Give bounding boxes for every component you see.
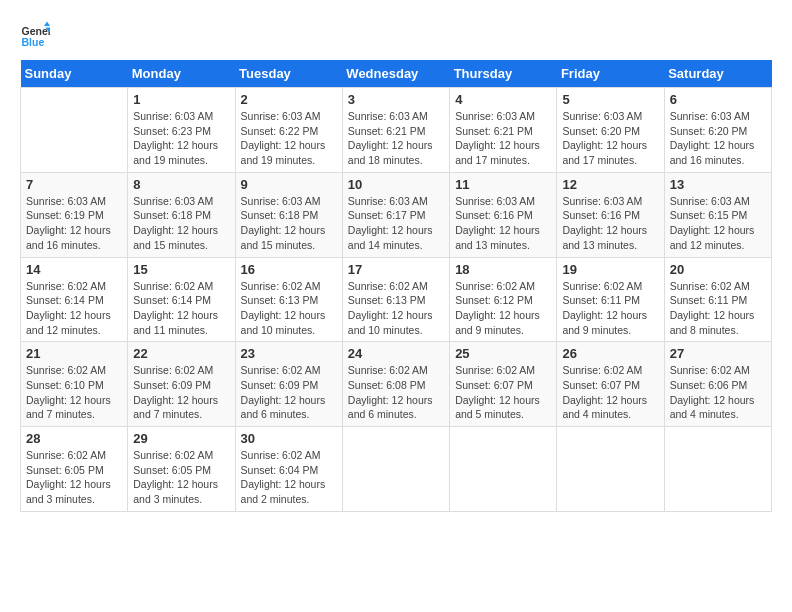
day-number: 30 bbox=[241, 431, 337, 446]
calendar-cell: 28Sunrise: 6:02 AM Sunset: 6:05 PM Dayli… bbox=[21, 427, 128, 512]
calendar-cell bbox=[21, 88, 128, 173]
calendar-cell: 20Sunrise: 6:02 AM Sunset: 6:11 PM Dayli… bbox=[664, 257, 771, 342]
day-number: 1 bbox=[133, 92, 229, 107]
calendar-cell: 18Sunrise: 6:02 AM Sunset: 6:12 PM Dayli… bbox=[450, 257, 557, 342]
day-number: 18 bbox=[455, 262, 551, 277]
day-number: 12 bbox=[562, 177, 658, 192]
day-number: 11 bbox=[455, 177, 551, 192]
day-info: Sunrise: 6:03 AM Sunset: 6:20 PM Dayligh… bbox=[562, 109, 658, 168]
calendar-cell: 30Sunrise: 6:02 AM Sunset: 6:04 PM Dayli… bbox=[235, 427, 342, 512]
calendar-cell: 27Sunrise: 6:02 AM Sunset: 6:06 PM Dayli… bbox=[664, 342, 771, 427]
day-number: 16 bbox=[241, 262, 337, 277]
calendar-cell: 3Sunrise: 6:03 AM Sunset: 6:21 PM Daylig… bbox=[342, 88, 449, 173]
day-info: Sunrise: 6:02 AM Sunset: 6:09 PM Dayligh… bbox=[241, 363, 337, 422]
day-number: 7 bbox=[26, 177, 122, 192]
column-header-thursday: Thursday bbox=[450, 60, 557, 88]
day-number: 27 bbox=[670, 346, 766, 361]
day-number: 20 bbox=[670, 262, 766, 277]
day-number: 22 bbox=[133, 346, 229, 361]
day-info: Sunrise: 6:02 AM Sunset: 6:10 PM Dayligh… bbox=[26, 363, 122, 422]
day-number: 3 bbox=[348, 92, 444, 107]
calendar-cell: 22Sunrise: 6:02 AM Sunset: 6:09 PM Dayli… bbox=[128, 342, 235, 427]
day-info: Sunrise: 6:02 AM Sunset: 6:13 PM Dayligh… bbox=[241, 279, 337, 338]
calendar-cell: 11Sunrise: 6:03 AM Sunset: 6:16 PM Dayli… bbox=[450, 172, 557, 257]
day-info: Sunrise: 6:03 AM Sunset: 6:16 PM Dayligh… bbox=[562, 194, 658, 253]
day-info: Sunrise: 6:03 AM Sunset: 6:23 PM Dayligh… bbox=[133, 109, 229, 168]
day-number: 4 bbox=[455, 92, 551, 107]
calendar-cell: 1Sunrise: 6:03 AM Sunset: 6:23 PM Daylig… bbox=[128, 88, 235, 173]
logo: General Blue bbox=[20, 20, 54, 50]
calendar-cell: 17Sunrise: 6:02 AM Sunset: 6:13 PM Dayli… bbox=[342, 257, 449, 342]
day-number: 5 bbox=[562, 92, 658, 107]
calendar-cell: 26Sunrise: 6:02 AM Sunset: 6:07 PM Dayli… bbox=[557, 342, 664, 427]
day-info: Sunrise: 6:03 AM Sunset: 6:18 PM Dayligh… bbox=[241, 194, 337, 253]
day-info: Sunrise: 6:03 AM Sunset: 6:21 PM Dayligh… bbox=[348, 109, 444, 168]
day-number: 17 bbox=[348, 262, 444, 277]
calendar-cell: 8Sunrise: 6:03 AM Sunset: 6:18 PM Daylig… bbox=[128, 172, 235, 257]
day-info: Sunrise: 6:03 AM Sunset: 6:16 PM Dayligh… bbox=[455, 194, 551, 253]
calendar-cell: 25Sunrise: 6:02 AM Sunset: 6:07 PM Dayli… bbox=[450, 342, 557, 427]
column-header-sunday: Sunday bbox=[21, 60, 128, 88]
day-number: 13 bbox=[670, 177, 766, 192]
day-number: 8 bbox=[133, 177, 229, 192]
calendar-cell: 15Sunrise: 6:02 AM Sunset: 6:14 PM Dayli… bbox=[128, 257, 235, 342]
day-info: Sunrise: 6:02 AM Sunset: 6:09 PM Dayligh… bbox=[133, 363, 229, 422]
day-number: 19 bbox=[562, 262, 658, 277]
day-info: Sunrise: 6:02 AM Sunset: 6:06 PM Dayligh… bbox=[670, 363, 766, 422]
day-number: 15 bbox=[133, 262, 229, 277]
day-info: Sunrise: 6:02 AM Sunset: 6:07 PM Dayligh… bbox=[562, 363, 658, 422]
day-number: 24 bbox=[348, 346, 444, 361]
day-info: Sunrise: 6:02 AM Sunset: 6:11 PM Dayligh… bbox=[670, 279, 766, 338]
calendar-cell: 6Sunrise: 6:03 AM Sunset: 6:20 PM Daylig… bbox=[664, 88, 771, 173]
day-number: 9 bbox=[241, 177, 337, 192]
calendar-header-row: SundayMondayTuesdayWednesdayThursdayFrid… bbox=[21, 60, 772, 88]
day-info: Sunrise: 6:02 AM Sunset: 6:11 PM Dayligh… bbox=[562, 279, 658, 338]
day-info: Sunrise: 6:03 AM Sunset: 6:20 PM Dayligh… bbox=[670, 109, 766, 168]
column-header-wednesday: Wednesday bbox=[342, 60, 449, 88]
day-info: Sunrise: 6:03 AM Sunset: 6:18 PM Dayligh… bbox=[133, 194, 229, 253]
calendar-cell bbox=[664, 427, 771, 512]
day-number: 14 bbox=[26, 262, 122, 277]
page-header: General Blue bbox=[20, 20, 772, 50]
calendar-cell: 7Sunrise: 6:03 AM Sunset: 6:19 PM Daylig… bbox=[21, 172, 128, 257]
calendar-cell: 9Sunrise: 6:03 AM Sunset: 6:18 PM Daylig… bbox=[235, 172, 342, 257]
day-number: 2 bbox=[241, 92, 337, 107]
calendar-cell bbox=[557, 427, 664, 512]
day-number: 25 bbox=[455, 346, 551, 361]
day-info: Sunrise: 6:03 AM Sunset: 6:15 PM Dayligh… bbox=[670, 194, 766, 253]
column-header-saturday: Saturday bbox=[664, 60, 771, 88]
calendar-cell: 19Sunrise: 6:02 AM Sunset: 6:11 PM Dayli… bbox=[557, 257, 664, 342]
calendar-cell: 10Sunrise: 6:03 AM Sunset: 6:17 PM Dayli… bbox=[342, 172, 449, 257]
day-info: Sunrise: 6:03 AM Sunset: 6:22 PM Dayligh… bbox=[241, 109, 337, 168]
calendar-week-row: 28Sunrise: 6:02 AM Sunset: 6:05 PM Dayli… bbox=[21, 427, 772, 512]
day-info: Sunrise: 6:02 AM Sunset: 6:07 PM Dayligh… bbox=[455, 363, 551, 422]
column-header-tuesday: Tuesday bbox=[235, 60, 342, 88]
day-info: Sunrise: 6:02 AM Sunset: 6:04 PM Dayligh… bbox=[241, 448, 337, 507]
calendar-week-row: 21Sunrise: 6:02 AM Sunset: 6:10 PM Dayli… bbox=[21, 342, 772, 427]
day-number: 23 bbox=[241, 346, 337, 361]
calendar-cell bbox=[342, 427, 449, 512]
day-info: Sunrise: 6:02 AM Sunset: 6:05 PM Dayligh… bbox=[133, 448, 229, 507]
calendar-cell: 2Sunrise: 6:03 AM Sunset: 6:22 PM Daylig… bbox=[235, 88, 342, 173]
day-info: Sunrise: 6:02 AM Sunset: 6:14 PM Dayligh… bbox=[26, 279, 122, 338]
calendar-week-row: 1Sunrise: 6:03 AM Sunset: 6:23 PM Daylig… bbox=[21, 88, 772, 173]
calendar-cell: 12Sunrise: 6:03 AM Sunset: 6:16 PM Dayli… bbox=[557, 172, 664, 257]
calendar-cell: 16Sunrise: 6:02 AM Sunset: 6:13 PM Dayli… bbox=[235, 257, 342, 342]
column-header-monday: Monday bbox=[128, 60, 235, 88]
day-info: Sunrise: 6:02 AM Sunset: 6:12 PM Dayligh… bbox=[455, 279, 551, 338]
calendar-cell: 5Sunrise: 6:03 AM Sunset: 6:20 PM Daylig… bbox=[557, 88, 664, 173]
day-number: 29 bbox=[133, 431, 229, 446]
day-number: 26 bbox=[562, 346, 658, 361]
calendar-week-row: 14Sunrise: 6:02 AM Sunset: 6:14 PM Dayli… bbox=[21, 257, 772, 342]
calendar-cell: 29Sunrise: 6:02 AM Sunset: 6:05 PM Dayli… bbox=[128, 427, 235, 512]
day-info: Sunrise: 6:03 AM Sunset: 6:17 PM Dayligh… bbox=[348, 194, 444, 253]
day-info: Sunrise: 6:02 AM Sunset: 6:13 PM Dayligh… bbox=[348, 279, 444, 338]
calendar-cell: 24Sunrise: 6:02 AM Sunset: 6:08 PM Dayli… bbox=[342, 342, 449, 427]
day-info: Sunrise: 6:02 AM Sunset: 6:05 PM Dayligh… bbox=[26, 448, 122, 507]
day-number: 10 bbox=[348, 177, 444, 192]
calendar-cell: 14Sunrise: 6:02 AM Sunset: 6:14 PM Dayli… bbox=[21, 257, 128, 342]
svg-marker-2 bbox=[44, 22, 50, 27]
calendar-cell: 4Sunrise: 6:03 AM Sunset: 6:21 PM Daylig… bbox=[450, 88, 557, 173]
calendar-table: SundayMondayTuesdayWednesdayThursdayFrid… bbox=[20, 60, 772, 512]
calendar-cell: 21Sunrise: 6:02 AM Sunset: 6:10 PM Dayli… bbox=[21, 342, 128, 427]
